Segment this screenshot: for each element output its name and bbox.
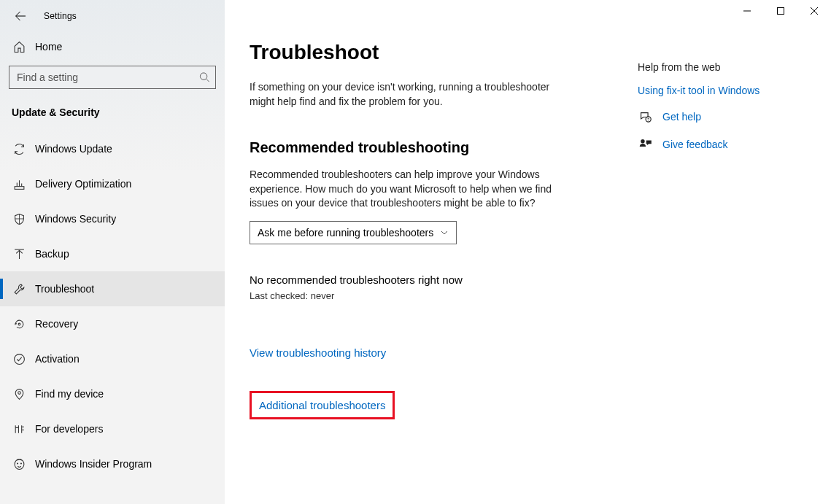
sidebar-item-troubleshoot[interactable]: Troubleshoot bbox=[0, 271, 225, 306]
additional-troubleshooters-highlight: Additional troubleshooters bbox=[250, 391, 395, 419]
main-area: Troubleshoot If something on your device… bbox=[225, 0, 831, 504]
nav-list: Windows Update Delivery Optimization Win… bbox=[0, 131, 225, 481]
svg-point-0 bbox=[200, 73, 206, 80]
sidebar-item-label: Activation bbox=[35, 353, 80, 365]
sidebar-item-windows-update[interactable]: Windows Update bbox=[0, 131, 225, 166]
search-input[interactable] bbox=[9, 66, 216, 89]
additional-troubleshooters-link[interactable]: Additional troubleshooters bbox=[259, 399, 385, 411]
recommended-heading: Recommended troubleshooting bbox=[250, 139, 600, 156]
minimize-button[interactable] bbox=[730, 0, 764, 22]
sync-icon bbox=[12, 141, 26, 156]
wrench-icon bbox=[12, 282, 26, 296]
sidebar-item-label: Delivery Optimization bbox=[35, 178, 131, 190]
feedback-icon bbox=[638, 137, 652, 152]
chat-help-icon: ? bbox=[638, 109, 652, 124]
sidebar-item-windows-security[interactable]: Windows Security bbox=[0, 201, 225, 236]
sidebar-item-label: Find my device bbox=[35, 388, 104, 400]
sidebar-item-delivery-optimization[interactable]: Delivery Optimization bbox=[0, 166, 225, 201]
svg-point-2 bbox=[18, 323, 20, 325]
sidebar-item-label: For developers bbox=[35, 423, 103, 435]
recommended-status-sub: Last checked: never bbox=[250, 290, 600, 301]
give-feedback-action[interactable]: Give feedback bbox=[638, 137, 760, 152]
sidebar-item-label: Troubleshoot bbox=[35, 283, 94, 295]
svg-point-5 bbox=[15, 459, 24, 469]
insider-icon bbox=[12, 457, 26, 471]
maximize-icon bbox=[777, 7, 784, 15]
svg-point-6 bbox=[16, 462, 18, 464]
sidebar-item-find-my-device[interactable]: Find my device bbox=[0, 376, 225, 411]
maximize-button[interactable] bbox=[764, 0, 797, 22]
search-icon bbox=[199, 72, 210, 83]
sidebar-item-label: Recovery bbox=[35, 318, 78, 330]
page-description: If something on your device isn't workin… bbox=[250, 80, 556, 109]
sidebar-item-label: Windows Security bbox=[35, 213, 116, 225]
location-icon bbox=[12, 387, 26, 401]
window-title: Settings bbox=[44, 11, 77, 21]
chevron-down-icon bbox=[440, 228, 449, 237]
troubleshoot-preference-dropdown[interactable]: Ask me before running troubleshooters bbox=[250, 221, 457, 244]
sidebar-item-backup[interactable]: Backup bbox=[0, 236, 225, 271]
back-button[interactable] bbox=[9, 4, 32, 28]
aside-heading: Help from the web bbox=[638, 61, 760, 73]
svg-point-7 bbox=[20, 462, 21, 464]
close-icon bbox=[811, 7, 818, 15]
sidebar-item-label: Windows Update bbox=[35, 143, 112, 155]
title-row: Settings bbox=[0, 0, 225, 32]
help-aside: Help from the web Using fix-it tool in W… bbox=[638, 32, 760, 419]
fixit-link[interactable]: Using fix-it tool in Windows bbox=[638, 85, 760, 96]
get-help-action[interactable]: ? Get help bbox=[638, 109, 760, 124]
home-label: Home bbox=[35, 41, 62, 53]
home-icon bbox=[12, 39, 26, 54]
svg-rect-1 bbox=[15, 186, 24, 189]
recommended-description: Recommended troubleshooters can help imp… bbox=[250, 168, 556, 211]
sidebar-item-label: Windows Insider Program bbox=[35, 458, 152, 470]
sidebar-item-activation[interactable]: Activation bbox=[0, 341, 225, 376]
backup-icon bbox=[12, 247, 26, 261]
page-title: Troubleshoot bbox=[250, 41, 600, 64]
delivery-icon bbox=[12, 177, 26, 191]
recovery-icon bbox=[12, 317, 26, 331]
svg-text:?: ? bbox=[647, 117, 649, 121]
sidebar: Settings Home Update & Security Windows … bbox=[0, 0, 225, 504]
sidebar-item-windows-insider[interactable]: Windows Insider Program bbox=[0, 446, 225, 481]
svg-rect-8 bbox=[778, 8, 784, 15]
view-history-link[interactable]: View troubleshooting history bbox=[250, 346, 386, 359]
svg-point-11 bbox=[641, 139, 644, 143]
svg-point-4 bbox=[18, 391, 20, 394]
get-help-label: Get help bbox=[662, 111, 701, 123]
svg-point-3 bbox=[14, 354, 24, 364]
shield-icon bbox=[12, 212, 26, 226]
window-controls bbox=[730, 0, 831, 22]
minimize-icon bbox=[743, 7, 751, 15]
developer-icon bbox=[12, 422, 26, 436]
arrow-left-icon bbox=[15, 10, 26, 22]
close-button[interactable] bbox=[797, 0, 831, 22]
content-column: Troubleshoot If something on your device… bbox=[250, 32, 600, 419]
category-label: Update & Security bbox=[0, 96, 225, 131]
give-feedback-label: Give feedback bbox=[662, 139, 728, 150]
sidebar-item-label: Backup bbox=[35, 248, 69, 260]
recommended-status: No recommended troubleshooters right now bbox=[250, 274, 600, 286]
home-nav[interactable]: Home bbox=[0, 32, 225, 61]
dropdown-value: Ask me before running troubleshooters bbox=[258, 227, 433, 239]
sidebar-item-recovery[interactable]: Recovery bbox=[0, 306, 225, 341]
sidebar-item-for-developers[interactable]: For developers bbox=[0, 411, 225, 446]
check-circle-icon bbox=[12, 352, 26, 366]
search-container bbox=[9, 66, 216, 89]
